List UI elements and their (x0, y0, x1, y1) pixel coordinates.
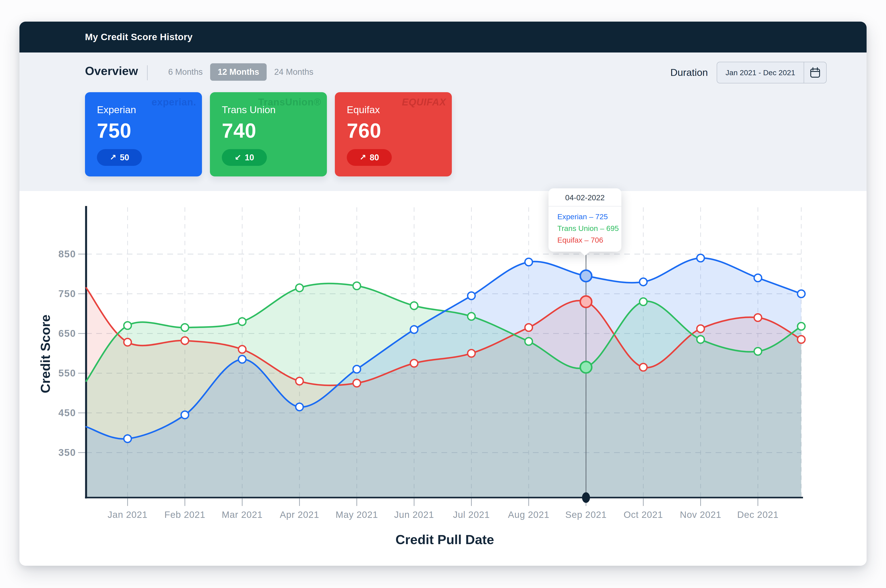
delta-value: 80 (370, 153, 379, 162)
score-cards: experian. Experian 750 ↗ 50 TransUnion® … (85, 92, 452, 177)
trend-down-icon: ↙ (235, 153, 241, 162)
tab-24-months[interactable]: 24 Months (267, 63, 321, 81)
chart-panel (20, 191, 866, 566)
card-bureau-name: Experian (97, 104, 136, 116)
chart-tooltip: 04-02-2022 Experian – 725 Trans Union – … (549, 188, 621, 252)
equifax-logo-watermark: EQUIFAX (402, 97, 446, 108)
overview-heading: Overview (85, 64, 138, 78)
score-delta-badge: ↙ 10 (222, 149, 267, 166)
card-score-value: 760 (347, 119, 381, 142)
heading-divider (147, 65, 148, 80)
x-axis-title: Credit Pull Date (376, 532, 513, 547)
trend-up-icon: ↗ (360, 153, 366, 162)
duration-control[interactable]: Jan 2021 - Dec 2021 (717, 62, 827, 83)
card-transunion[interactable]: TransUnion® Trans Union 740 ↙ 10 (210, 92, 327, 177)
y-axis-title: Credit Score (38, 288, 53, 420)
card-bureau-name: Trans Union (222, 104, 275, 116)
card-score-value: 750 (97, 119, 132, 142)
page-title: My Credit Score History (85, 32, 193, 42)
card-bureau-name: Equifax (347, 104, 380, 116)
score-delta-badge: ↗ 80 (347, 149, 392, 166)
period-tabs: 6 Months 12 Months 24 Months (161, 61, 321, 83)
app-window: My Credit Score History Overview 6 Month… (20, 22, 866, 566)
tab-12-months[interactable]: 12 Months (210, 63, 267, 81)
delta-value: 10 (245, 153, 254, 162)
tooltip-row-equifax: Equifax – 706 (557, 234, 616, 246)
tooltip-date: 04-02-2022 (549, 193, 621, 207)
card-score-value: 740 (222, 119, 256, 142)
duration-value[interactable]: Jan 2021 - Dec 2021 (717, 62, 804, 83)
tooltip-row-transunion: Trans Union – 695 (557, 222, 616, 234)
duration-picker: Duration Jan 2021 - Dec 2021 (670, 62, 827, 83)
score-delta-badge: ↗ 50 (97, 149, 142, 166)
experian-logo-watermark: experian. (152, 97, 196, 108)
delta-value: 50 (120, 153, 129, 162)
card-equifax[interactable]: EQUIFAX Equifax 760 ↗ 80 (335, 92, 452, 177)
tooltip-row-experian: Experian – 725 (557, 211, 616, 222)
duration-label: Duration (670, 67, 708, 78)
tab-6-months[interactable]: 6 Months (161, 63, 210, 81)
trend-up-icon: ↗ (110, 153, 116, 162)
card-experian[interactable]: experian. Experian 750 ↗ 50 (85, 92, 202, 177)
calendar-icon[interactable] (804, 62, 826, 83)
app-header: My Credit Score History (20, 22, 866, 52)
